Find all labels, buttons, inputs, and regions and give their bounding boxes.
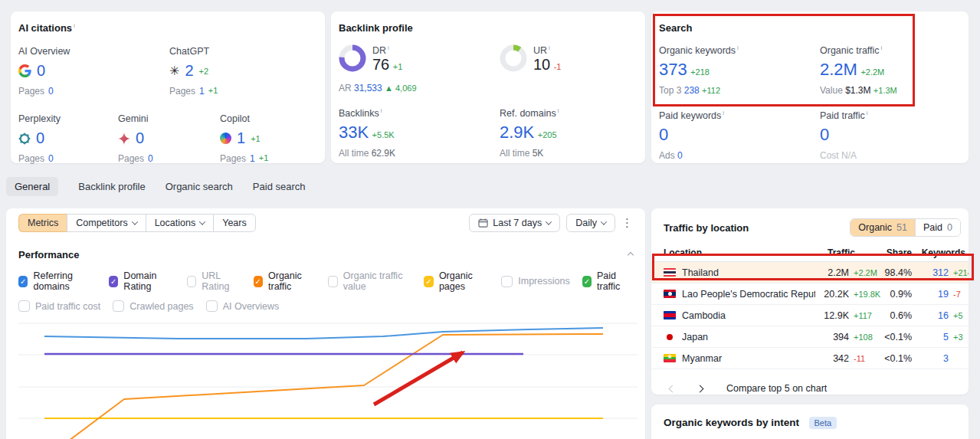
- backlinks-metric: Backlinksi 33K +5.5K All time 62.9K: [339, 107, 500, 159]
- toggle-organic[interactable]: Organic51: [851, 219, 915, 236]
- ar-delta: ▲ 4,069: [385, 84, 416, 93]
- next-page-button[interactable]: [691, 380, 708, 395]
- chevron-down-icon: [601, 218, 607, 224]
- checkbox-organic-traffic-value[interactable]: Organic traffic value: [328, 270, 411, 292]
- google-icon: [18, 64, 31, 77]
- paid-traffic-label: Paid traffici: [820, 110, 961, 121]
- table-row-myanmar[interactable]: Myanmar 342 -11 <0.1% 3: [651, 348, 969, 369]
- paid-keywords-value[interactable]: 0: [659, 125, 668, 144]
- info-icon: i: [867, 110, 868, 116]
- keywords-link[interactable]: 19: [912, 289, 949, 300]
- keywords-link[interactable]: 312: [912, 267, 949, 278]
- info-icon: i: [381, 107, 382, 114]
- pages-value[interactable]: 0: [48, 86, 54, 97]
- checkbox-organic-pages[interactable]: Organic pages: [424, 270, 489, 292]
- perplexity-icon: [18, 133, 31, 145]
- ur-delta: -1: [554, 62, 562, 71]
- table-row-cambodia[interactable]: Cambodia 12.9K +117 0.6% 16 +5: [651, 305, 969, 326]
- chatgpt-icon: ✳: [169, 65, 179, 77]
- backlinks-value[interactable]: 33K: [339, 123, 369, 142]
- top3-value[interactable]: 238: [684, 85, 700, 96]
- copilot-value[interactable]: 1: [237, 129, 245, 147]
- pages-value[interactable]: 0: [148, 153, 153, 164]
- checkbox-box: [582, 276, 592, 287]
- ai-citations-card: AI citationsi AI Overview 0 Pages0 ChatG…: [11, 11, 325, 163]
- table-row-thailand[interactable]: Thailand 2.2M +2.2M 98.4% 312 +214: [651, 262, 969, 283]
- tab-backlink-profile[interactable]: Backlink profile: [78, 181, 145, 192]
- checkbox-paid-traffic[interactable]: Paid traffic: [582, 270, 633, 292]
- keywords-by-intent-card: Organic keywords by intent Beta: [651, 405, 969, 439]
- backlink-profile-title: Backlink profile: [339, 22, 637, 34]
- granularity-dropdown[interactable]: Daily: [566, 214, 615, 232]
- ads-value[interactable]: 0: [677, 150, 683, 161]
- competitors-dropdown[interactable]: Competitors: [67, 214, 145, 232]
- info-icon: i: [723, 110, 724, 116]
- info-icon: i: [388, 44, 389, 51]
- checkbox-box: [254, 276, 263, 287]
- ur-label: URi: [533, 44, 561, 56]
- ahrefs-overview-dashboard: AI citationsi AI Overview 0 Pages0 ChatG…: [0, 0, 980, 439]
- organic-keywords-value[interactable]: 373: [659, 60, 687, 79]
- organic-traffic-value[interactable]: 2.2M: [820, 60, 857, 79]
- chatgpt-label: ChatGPT: [169, 46, 317, 57]
- pages-value[interactable]: 1: [250, 153, 255, 164]
- chevron-right-icon: [696, 385, 703, 392]
- ref-domains-metric: Ref. domainsi 2.9K +205 All time 5K: [500, 107, 637, 159]
- ur-donut: [500, 44, 527, 72]
- keywords-link[interactable]: 5: [912, 332, 949, 342]
- toggle-paid[interactable]: Paid0: [915, 219, 960, 236]
- tab-organic-search[interactable]: Organic search: [166, 181, 233, 192]
- perplexity-label: Perplexity: [18, 113, 118, 124]
- pages-value[interactable]: 0: [48, 153, 54, 164]
- backlinks-delta: +5.5K: [372, 130, 395, 139]
- compare-top5-button[interactable]: Compare top 5 on chart: [726, 383, 827, 394]
- dr-delta: +1: [393, 62, 403, 71]
- tab-paid-search[interactable]: Paid search: [253, 181, 306, 192]
- organic-keywords-delta: +218: [690, 67, 710, 77]
- ar-value[interactable]: 31,533: [354, 83, 382, 93]
- date-range-dropdown[interactable]: Last 7 days: [469, 214, 560, 232]
- myanmar-flag-icon: [664, 354, 676, 362]
- table-row-laos[interactable]: Lao People's Democratic Reput 20.2K +19.…: [651, 283, 969, 305]
- keywords-link[interactable]: 3: [912, 353, 949, 364]
- locations-dropdown[interactable]: Locations: [146, 214, 214, 232]
- copilot-label: Copilot: [220, 113, 317, 124]
- paid-traffic-metric: Paid traffici 0 Cost N/A: [820, 110, 961, 161]
- checkbox-organic-traffic[interactable]: Organic traffic: [254, 270, 316, 292]
- years-button[interactable]: Years: [213, 214, 256, 232]
- checkbox-impressions[interactable]: Impressions: [501, 270, 569, 292]
- performance-card: Metrics Competitors Locations Years Last…: [6, 208, 645, 439]
- metrics-button[interactable]: Metrics: [18, 214, 67, 232]
- ref-domains-value[interactable]: 2.9K: [500, 123, 534, 142]
- traffic-value-delta: +1.3M: [873, 86, 897, 95]
- chatgpt-metric: ChatGPT ✳ 2 +2 Pages1+1: [169, 46, 317, 97]
- chatgpt-value[interactable]: 2: [185, 62, 193, 80]
- gemini-value[interactable]: 0: [136, 129, 144, 147]
- ai-citations-title: AI citationsi: [18, 22, 317, 34]
- performance-title: Performance: [18, 249, 79, 260]
- traffic-value-amount: $1.3M: [845, 85, 870, 96]
- ai-overview-value[interactable]: 0: [37, 62, 45, 80]
- paid-traffic-value[interactable]: 0: [820, 125, 829, 144]
- checkbox-referring-domains[interactable]: Referring domains: [18, 270, 97, 292]
- organic-traffic-label: Organic traffici: [820, 44, 961, 56]
- checkbox-domain-rating[interactable]: Domain Rating: [109, 270, 175, 292]
- keywords-link[interactable]: 16: [912, 310, 949, 321]
- japan-flag-icon: [664, 333, 676, 341]
- dr-label: DRi: [372, 44, 402, 56]
- more-options-icon[interactable]: ⋮: [621, 216, 633, 230]
- prev-page-button[interactable]: [664, 380, 680, 395]
- checkbox-url-rating[interactable]: URL Rating: [187, 270, 241, 292]
- perplexity-value[interactable]: 0: [36, 129, 44, 147]
- tab-general[interactable]: General: [6, 177, 58, 196]
- table-row-japan[interactable]: Japan 394 +108 <0.1% 5 +3: [651, 326, 969, 348]
- info-icon: i: [881, 44, 883, 51]
- traffic-table: Location Traffic Share Keywords Thailand…: [651, 244, 969, 369]
- pages-value[interactable]: 1: [199, 86, 205, 97]
- chevron-down-icon: [199, 218, 205, 224]
- performance-line-chart[interactable]: [6, 300, 645, 439]
- organic-keywords-metric: Organic keywordsi 373 +218 Top 3 238 +11…: [659, 44, 820, 96]
- chevron-down-icon: [131, 218, 137, 224]
- collapse-chevron-icon[interactable]: [628, 251, 634, 257]
- organic-traffic-metric: Organic traffici 2.2M +2.2M Value $1.3M …: [820, 44, 961, 96]
